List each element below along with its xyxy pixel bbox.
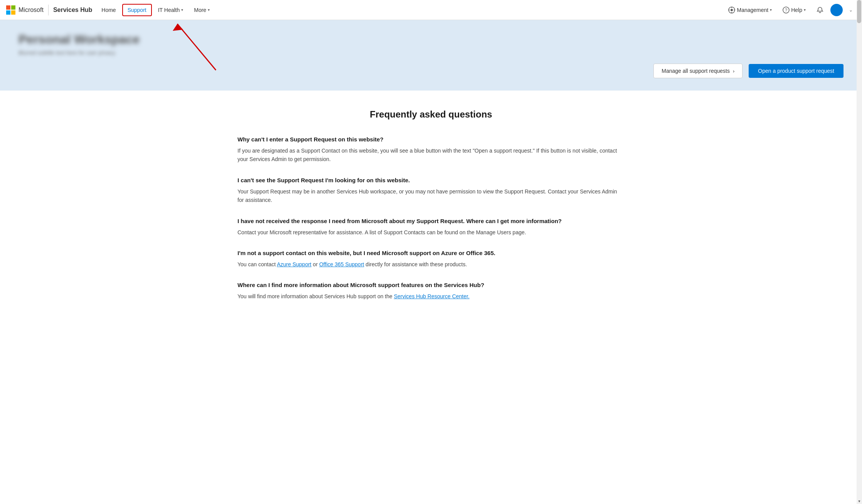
- scrollbar-track[interactable]: ▼: [857, 0, 862, 332]
- main-nav: Home Support IT Health ▾ More ▾: [97, 4, 720, 16]
- header: Microsoft Services Hub Home Support IT H…: [0, 0, 862, 20]
- nav-home-label: Home: [101, 7, 116, 13]
- faq-answer-4: You can contact Azure Support or Office …: [237, 260, 625, 269]
- header-right: Management ▾ ? Help ▾ ⌄: [724, 4, 856, 16]
- faq-item-3: I have not received the response I need …: [237, 217, 625, 237]
- management-button[interactable]: Management ▾: [724, 4, 776, 16]
- faq-question-5: Where can I find more information about …: [237, 281, 625, 289]
- hero-title: Personal Workspace: [19, 32, 250, 47]
- scrollbar-thumb[interactable]: [857, 0, 861, 23]
- faq-question-1: Why can't I enter a Support Request on t…: [237, 135, 625, 143]
- help-chevron-icon: ▾: [804, 8, 806, 12]
- management-icon: [728, 7, 735, 13]
- azure-support-link[interactable]: Azure Support: [277, 261, 311, 267]
- chevron-right-icon: ›: [733, 68, 734, 74]
- more-chevron-icon: ▾: [208, 8, 210, 12]
- faq-answer-5: You will find more information about Ser…: [237, 292, 625, 301]
- header-divider: [48, 5, 49, 15]
- help-label: Help: [791, 7, 802, 13]
- nav-support-label: Support: [128, 7, 146, 13]
- faq-answer-2: Your Support Request may be in another S…: [237, 187, 625, 205]
- resource-center-link[interactable]: Services Hub Resource Center.: [394, 293, 470, 299]
- office365-support-link[interactable]: Office 365 Support: [319, 261, 364, 267]
- faq-question-4: I'm not a support contact on this websit…: [237, 249, 625, 257]
- management-label: Management: [737, 7, 768, 13]
- faq-item-4: I'm not a support contact on this websit…: [237, 249, 625, 269]
- manage-requests-button[interactable]: Manage all support requests ›: [653, 64, 742, 78]
- expand-button[interactable]: ⌄: [846, 6, 856, 14]
- faq-answer-4-mid: or: [311, 261, 319, 267]
- app-name: Services Hub: [53, 7, 92, 13]
- hero-buttons: Manage all support requests › Open a pro…: [19, 64, 843, 78]
- expand-icon: ⌄: [849, 7, 853, 13]
- svg-text:?: ?: [785, 8, 787, 12]
- nav-support[interactable]: Support: [122, 4, 152, 16]
- microsoft-logo: [6, 5, 15, 15]
- notifications-icon: [817, 7, 823, 13]
- open-support-request-button[interactable]: Open a product support request: [749, 64, 843, 78]
- nav-more-label: More: [194, 7, 206, 13]
- faq-answer-3: Contact your Microsoft representative fo…: [237, 228, 625, 237]
- faq-question-3: I have not received the response I need …: [237, 217, 625, 225]
- faq-item-2: I can't see the Support Request I'm look…: [237, 176, 625, 205]
- nav-it-health[interactable]: IT Health ▾: [153, 5, 188, 15]
- hero-section: Personal Workspace Blurred subtitle text…: [0, 20, 862, 91]
- help-button[interactable]: ? Help ▾: [779, 4, 810, 16]
- faq-answer-5-prefix: You will find more information about Ser…: [237, 293, 394, 299]
- nav-it-health-label: IT Health: [158, 7, 180, 13]
- manage-requests-label: Manage all support requests: [662, 68, 730, 74]
- main-content: Frequently asked questions Why can't I e…: [219, 91, 643, 332]
- it-health-chevron-icon: ▾: [181, 8, 183, 12]
- faq-answer-4-prefix: You can contact: [237, 261, 277, 267]
- faq-title: Frequently asked questions: [237, 109, 625, 120]
- microsoft-wordmark: Microsoft: [19, 7, 44, 13]
- management-chevron-icon: ▾: [770, 8, 772, 12]
- faq-answer-4-suffix: directly for assistance with these produ…: [364, 261, 467, 267]
- nav-home[interactable]: Home: [97, 5, 120, 15]
- faq-item-1: Why can't I enter a Support Request on t…: [237, 135, 625, 164]
- notifications-button[interactable]: [813, 4, 827, 16]
- hero-subtitle: Blurred subtitle text here for user priv…: [19, 50, 250, 56]
- faq-answer-1: If you are designated as a Support Conta…: [237, 146, 625, 164]
- avatar[interactable]: [830, 4, 843, 16]
- open-support-label: Open a product support request: [758, 68, 834, 74]
- svg-point-1: [731, 9, 733, 11]
- faq-item-5: Where can I find more information about …: [237, 281, 625, 301]
- svg-marker-9: [173, 24, 183, 31]
- nav-more[interactable]: More ▾: [189, 5, 214, 15]
- faq-question-2: I can't see the Support Request I'm look…: [237, 176, 625, 184]
- help-icon: ?: [783, 7, 790, 13]
- logo-container: Microsoft: [6, 5, 44, 15]
